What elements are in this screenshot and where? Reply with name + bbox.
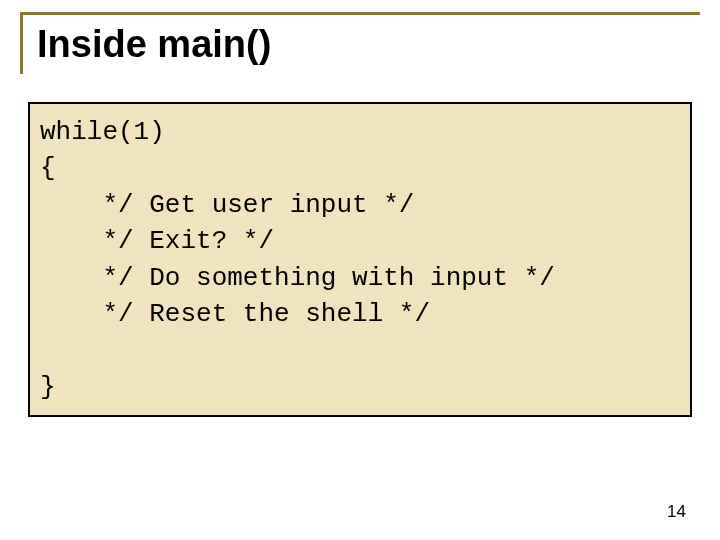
- slide-container: Inside main() while(1) { */ Get user inp…: [0, 0, 720, 540]
- code-line: */ Reset the shell */: [40, 299, 430, 329]
- page-number: 14: [667, 502, 686, 522]
- code-line: */ Do something with input */: [40, 263, 555, 293]
- code-block: while(1) { */ Get user input */ */ Exit?…: [28, 102, 692, 417]
- title-wrapper: Inside main(): [20, 12, 700, 74]
- slide-title: Inside main(): [37, 23, 700, 66]
- code-line: while(1): [40, 117, 165, 147]
- code-line: }: [40, 372, 56, 402]
- code-line: {: [40, 153, 56, 183]
- code-line: */ Exit? */: [40, 226, 274, 256]
- code-line: */ Get user input */: [40, 190, 414, 220]
